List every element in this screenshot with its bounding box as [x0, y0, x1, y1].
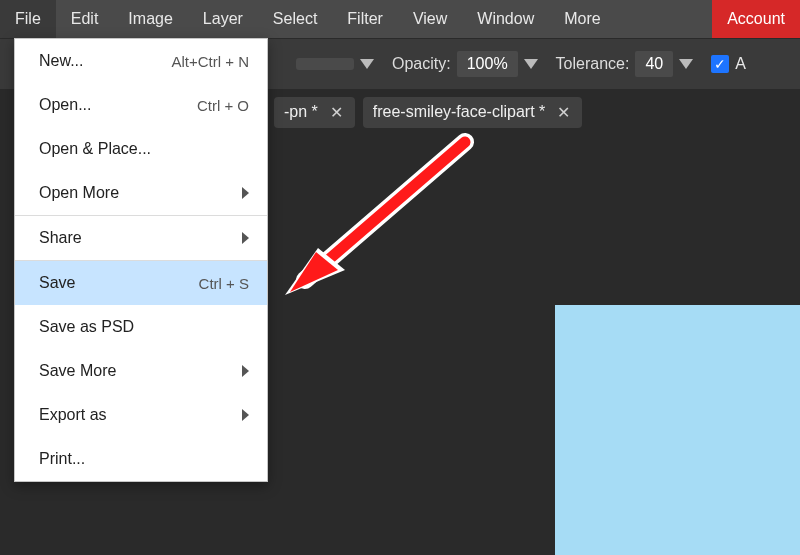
- chevron-right-icon: [242, 365, 249, 377]
- chevron-right-icon: [242, 409, 249, 421]
- file-menu-open-more[interactable]: Open More: [15, 171, 267, 215]
- menu-layer[interactable]: Layer: [188, 0, 258, 38]
- menu-item-label: Open & Place...: [39, 140, 249, 158]
- opacity-value[interactable]: 100%: [457, 51, 518, 77]
- antialias-checkbox[interactable]: ✓ A: [711, 55, 746, 73]
- check-icon: ✓: [711, 55, 729, 73]
- tab-label: free-smiley-face-clipart *: [373, 103, 545, 121]
- file-menu-new[interactable]: New... Alt+Ctrl + N: [15, 39, 267, 83]
- menu-item-shortcut: Ctrl + O: [197, 97, 249, 114]
- menu-item-label: Save as PSD: [39, 318, 249, 336]
- tab-label: -pn *: [284, 103, 318, 121]
- artboard[interactable]: [555, 305, 800, 555]
- file-menu-save-more[interactable]: Save More: [15, 349, 267, 393]
- opacity-control[interactable]: Opacity: 100%: [392, 51, 538, 77]
- menu-edit[interactable]: Edit: [56, 0, 114, 38]
- menu-item-shortcut: Alt+Ctrl + N: [171, 53, 249, 70]
- chevron-down-icon: [679, 59, 693, 69]
- menu-file[interactable]: File: [0, 0, 56, 38]
- chevron-down-icon: [360, 59, 374, 69]
- chevron-right-icon: [242, 187, 249, 199]
- menu-item-label: Save: [39, 274, 189, 292]
- menu-item-label: Export as: [39, 406, 232, 424]
- menu-account[interactable]: Account: [712, 0, 800, 38]
- menu-more[interactable]: More: [549, 0, 615, 38]
- menu-select[interactable]: Select: [258, 0, 332, 38]
- file-menu-save-psd[interactable]: Save as PSD: [15, 305, 267, 349]
- menu-image[interactable]: Image: [113, 0, 187, 38]
- file-menu-print[interactable]: Print...: [15, 437, 267, 481]
- menu-item-label: New...: [39, 52, 161, 70]
- menu-view[interactable]: View: [398, 0, 462, 38]
- file-menu-open-place[interactable]: Open & Place...: [15, 127, 267, 171]
- chevron-down-icon: [524, 59, 538, 69]
- close-icon[interactable]: ✕: [328, 103, 345, 122]
- menu-item-label: Open More: [39, 184, 232, 202]
- menu-item-label: Save More: [39, 362, 232, 380]
- tolerance-control[interactable]: Tolerance: 40: [556, 51, 694, 77]
- tolerance-label: Tolerance:: [556, 55, 630, 73]
- menu-filter[interactable]: Filter: [332, 0, 398, 38]
- file-menu-save[interactable]: Save Ctrl + S: [15, 261, 267, 305]
- file-menu-open[interactable]: Open... Ctrl + O: [15, 83, 267, 127]
- document-tab[interactable]: -pn * ✕: [274, 97, 355, 128]
- tolerance-value[interactable]: 40: [635, 51, 673, 77]
- file-menu-share[interactable]: Share: [15, 216, 267, 260]
- menu-item-label: Share: [39, 229, 232, 247]
- menubar: File Edit Image Layer Select Filter View…: [0, 0, 800, 38]
- blend-mode-select[interactable]: [296, 58, 374, 70]
- chevron-right-icon: [242, 232, 249, 244]
- menu-item-label: Open...: [39, 96, 187, 114]
- document-tab[interactable]: free-smiley-face-clipart * ✕: [363, 97, 582, 128]
- antialias-label: A: [735, 55, 746, 73]
- file-menu-export-as[interactable]: Export as: [15, 393, 267, 437]
- menu-item-label: Print...: [39, 450, 249, 468]
- file-menu-dropdown: New... Alt+Ctrl + N Open... Ctrl + O Ope…: [14, 38, 268, 482]
- opacity-label: Opacity:: [392, 55, 451, 73]
- menu-item-shortcut: Ctrl + S: [199, 275, 249, 292]
- close-icon[interactable]: ✕: [555, 103, 572, 122]
- menu-window[interactable]: Window: [462, 0, 549, 38]
